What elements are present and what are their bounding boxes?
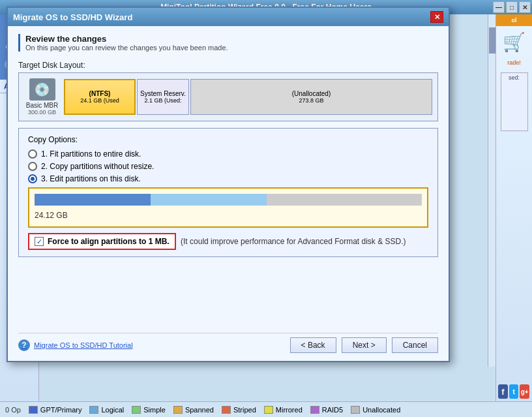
legend-unallocated-box [351, 406, 360, 414]
legend-unallocated: Unallocated [351, 406, 400, 414]
back-button[interactable]: < Back [290, 337, 336, 353]
legend-simple: Simple [132, 406, 166, 414]
sysres-size: 2.1 GB (Used: [144, 97, 181, 104]
legend-mirrored: Mirrored [264, 406, 303, 414]
dialog-content: Review the changes On this page you can … [8, 26, 449, 361]
radio-3-circle[interactable] [28, 174, 37, 183]
footer-buttons: < Back Next > Cancel [290, 337, 438, 353]
legend-logical: Logical [89, 406, 124, 414]
legend-mirrored-label: Mirrored [276, 406, 303, 414]
disk-label: Basic MBR [26, 102, 58, 109]
twitter-icon[interactable]: t [509, 384, 519, 399]
sysres-label: System Reserv. [140, 90, 186, 97]
target-disk-label: Target Disk Layout: [18, 61, 438, 70]
align-normal-text: (It could improve performance for Advanc… [181, 237, 406, 246]
help-link-text[interactable]: Migrate OS to SSD/HD Tutorial [34, 341, 133, 349]
legend-logical-label: Logical [101, 406, 124, 414]
scrollbar[interactable] [488, 14, 495, 367]
scrollbar-thumb[interactable] [489, 27, 495, 54]
promo-cart-icon: 🛒 [503, 26, 525, 58]
resize-area: 24.12 GB [28, 187, 428, 228]
migrate-dialog: Migrate OS to SSD/HD Wizard ✕ Review the… [7, 7, 450, 362]
close-btn[interactable]: ✕ [519, 1, 531, 13]
disk-layout-box: 💿 Basic MBR 300.00 GB (NTFS) 24.1 GB (Us… [18, 72, 438, 121]
legend-raid5-label: RAID5 [322, 406, 343, 414]
dialog-close-button[interactable]: ✕ [430, 11, 443, 23]
disk-icon-container: 💿 Basic MBR 300.00 GB [24, 78, 60, 116]
partition-unalloc: (Unallocated) 273.8 GB [190, 79, 432, 115]
legend-gpt-label: GPT/Primary [40, 406, 82, 414]
legend-spanned-label: Spanned [185, 406, 214, 414]
legend-simple-label: Simple [143, 406, 166, 414]
promo-box: sed: [501, 72, 528, 131]
unalloc-size: 273.8 GB [299, 97, 323, 104]
copy-options-title: Copy Options: [28, 135, 428, 144]
align-checkbox[interactable]: ✓ [35, 237, 44, 246]
bar-unalloc [267, 194, 422, 206]
legend-raid5: RAID5 [310, 406, 343, 414]
radio-1-label: 1. Fit partitions to entire disk. [41, 149, 141, 159]
legend-logical-box [89, 406, 98, 414]
legend-mirrored-box [264, 406, 273, 414]
legend-gpt: GPT/Primary [29, 406, 82, 414]
legend-striped: Striped [222, 406, 256, 414]
legend-striped-label: Striped [233, 406, 256, 414]
legend-simple-box [132, 406, 141, 414]
help-icon: ? [18, 339, 30, 351]
review-header: Review the changes On this page you can … [18, 34, 438, 52]
radio-2-circle[interactable] [28, 162, 37, 171]
partition-bar [35, 194, 422, 206]
legend-striped-box [222, 406, 231, 414]
promo-label: ol [496, 14, 532, 26]
social-icons: f t g+ [495, 382, 532, 401]
op-count: 0 Op [5, 406, 21, 414]
radio-1-circle[interactable] [28, 149, 37, 159]
review-subtitle: On this page you can review the changes … [25, 44, 438, 52]
statusbar: 0 Op GPT/Primary Logical Simple Spanned … [0, 401, 532, 417]
target-disk-section: Target Disk Layout: 💿 Basic MBR 300.00 G… [18, 61, 438, 121]
disk-partitions: (NTFS) 24.1 GB (Used System Reserv. 2.1 … [64, 79, 432, 115]
align-row-container: ✓ Force to align partitions to 1 MB. (It… [28, 233, 428, 250]
dialog-footer: ? Migrate OS to SSD/HD Tutorial < Back N… [18, 333, 438, 353]
googleplus-icon[interactable]: g+ [520, 384, 529, 399]
promo-upgrade-label: rade! [506, 58, 522, 67]
legend-gpt-box [29, 406, 38, 414]
legend-unallocated-label: Unallocated [362, 406, 400, 414]
next-button[interactable]: Next > [342, 337, 387, 353]
align-bold-text: Force to align partitions to 1 MB. [48, 237, 170, 246]
partition-ntfs: (NTFS) 24.1 GB (Used [64, 79, 136, 115]
radio-option-3[interactable]: 3. Edit partitions on this disk. [28, 174, 428, 183]
radio-3-label: 3. Edit partitions on this disk. [41, 174, 141, 183]
radio-option-2[interactable]: 2. Copy partitions without resize. [28, 162, 428, 171]
right-panel: ol 🛒 rade! sed: f t g+ [495, 14, 532, 417]
bar-free [151, 194, 267, 206]
legend-spanned-box [173, 406, 183, 414]
ntfs-size: 24.1 GB (Used [80, 97, 119, 104]
copy-options-box: Copy Options: 1. Fit partitions to entir… [18, 128, 438, 257]
titlebar-controls: — □ ✕ [493, 1, 531, 13]
size-display: 24.12 GB [35, 209, 422, 221]
radio-option-1[interactable]: 1. Fit partitions to entire disk. [28, 149, 428, 159]
minimize-btn[interactable]: — [493, 1, 505, 13]
bar-used [35, 194, 151, 206]
review-title: Review the changes [25, 34, 438, 44]
cancel-button[interactable]: Cancel [392, 337, 438, 353]
ntfs-label: (NTFS) [89, 90, 111, 97]
legend-spanned: Spanned [173, 406, 214, 414]
partition-sysres: System Reserv. 2.1 GB (Used: [137, 79, 189, 115]
align-checkbox-row: ✓ Force to align partitions to 1 MB. [28, 233, 176, 250]
maximize-btn[interactable]: □ [506, 1, 518, 13]
disk-icon-image: 💿 [29, 78, 55, 100]
radio-2-label: 2. Copy partitions without resize. [41, 162, 154, 171]
facebook-icon[interactable]: f [498, 384, 508, 399]
dialog-title: Migrate OS to SSD/HD Wizard [13, 12, 132, 22]
dialog-titlebar: Migrate OS to SSD/HD Wizard ✕ [8, 8, 449, 26]
disk-size: 300.00 GB [28, 109, 56, 116]
help-link-container[interactable]: ? Migrate OS to SSD/HD Tutorial [18, 339, 133, 351]
legend-raid5-box [310, 406, 319, 414]
unalloc-label: (Unallocated) [292, 90, 331, 97]
radio-3-dot [31, 177, 35, 181]
